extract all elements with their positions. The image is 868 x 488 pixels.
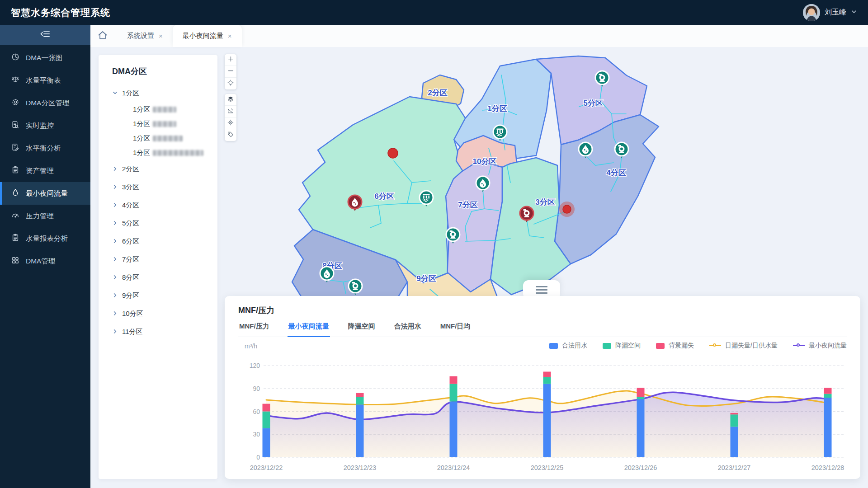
bar-降漏空间[interactable] [824, 394, 832, 398]
bar-降漏空间[interactable] [450, 384, 458, 402]
chevron-right-icon [112, 202, 118, 209]
avatar[interactable] [803, 4, 820, 21]
sidebar-collapse-button[interactable] [0, 25, 90, 45]
chevron-right-icon [112, 183, 118, 191]
tree-child-item[interactable]: 1分区 [112, 102, 217, 117]
bar-合法用水[interactable] [824, 398, 832, 457]
chart-tab-4[interactable]: 合法用水 [393, 322, 422, 337]
tab-2[interactable]: 最小夜间流量× [173, 25, 242, 47]
bar-背景漏失[interactable] [637, 388, 645, 397]
bar-合法用水[interactable] [450, 402, 458, 457]
chart-tab-1[interactable]: MNF/压力 [238, 322, 270, 337]
sidebar-item-5[interactable]: 水平衡分析 [0, 137, 90, 160]
alert-marker[interactable] [559, 202, 575, 217]
x-tick-label: 2023/12/26 [624, 464, 657, 471]
sidebar-item-2[interactable]: 水量平衡表 [0, 69, 90, 92]
tree-item-10分区[interactable]: 10分区 [112, 305, 217, 323]
sidebar-item-8[interactable]: 压力管理 [0, 205, 90, 227]
sidebar-item-label: 最小夜间流量 [26, 189, 68, 198]
panel-title: MNF/压力 [238, 305, 847, 316]
gauge-icon [11, 211, 20, 221]
bar-合法用水[interactable] [543, 384, 551, 457]
bar-降漏空间[interactable] [543, 377, 551, 384]
sidebar-item-4[interactable]: 实时监控 [0, 114, 90, 137]
chevron-right-icon [112, 220, 118, 227]
tag-button[interactable] [225, 129, 236, 141]
tree-child-item[interactable]: 1分区 [112, 145, 217, 160]
target-icon [227, 119, 234, 128]
target-button[interactable] [225, 117, 236, 129]
legend-line-marker [709, 345, 721, 347]
close-icon[interactable]: × [159, 33, 163, 39]
tree-title: DMA分区 [112, 66, 217, 77]
zone-label-7分区: 7分区 [458, 201, 477, 209]
sidebar-item-7[interactable]: 最小夜间流量 [0, 182, 90, 205]
bar-背景漏失[interactable] [450, 376, 458, 384]
tab-1[interactable]: 系统设置× [117, 25, 173, 47]
bar-合法用水[interactable] [637, 399, 645, 457]
chart-tab-5[interactable]: MNF/日均 [439, 322, 472, 337]
measure-button[interactable] [225, 106, 236, 117]
tree-item-3分区[interactable]: 3分区 [112, 178, 217, 196]
sidebar-item-6[interactable]: 资产管理 [0, 160, 90, 182]
bar-合法用水[interactable] [356, 404, 364, 457]
tree-item-label: 9分区 [122, 291, 139, 300]
y-tick-label: 30 [253, 431, 260, 438]
tree-item-11分区[interactable]: 11分区 [112, 323, 217, 341]
sidebar-item-9[interactable]: 水量报表分析 [0, 227, 90, 250]
tag-icon [227, 131, 234, 140]
chart-tabs: MNF/压力最小夜间流量降温空间合法用水MNF/日均 [238, 322, 847, 337]
bar-降漏空间[interactable] [356, 397, 364, 404]
bar-降漏空间[interactable] [263, 412, 270, 428]
control-group [225, 54, 236, 89]
clipboard-icon [11, 165, 20, 176]
bar-背景漏失[interactable] [263, 404, 270, 412]
doc-search-icon [11, 120, 20, 131]
layers-button[interactable] [225, 94, 236, 106]
tree-list: 1分区1分区1分区1分区1分区2分区3分区4分区5分区6分区7分区8分区9分区1… [112, 84, 217, 341]
tree-item-2分区[interactable]: 2分区 [112, 160, 217, 178]
minus-button[interactable] [225, 66, 236, 78]
tree-item-5分区[interactable]: 5分区 [112, 214, 217, 232]
sidebar-item-1[interactable]: DMA一张图 [0, 47, 90, 69]
y-tick-label: 120 [250, 362, 260, 369]
bar-背景漏失[interactable] [731, 413, 738, 414]
sidebar-item-3[interactable]: DMA分区管理 [0, 92, 90, 114]
dma-tree-panel: DMA分区 1分区1分区1分区1分区1分区2分区3分区4分区5分区6分区7分区8… [99, 55, 217, 479]
locate-button[interactable] [225, 78, 236, 89]
sidebar-item-label: DMA管理 [26, 257, 55, 266]
x-tick-label: 2023/12/28 [811, 464, 844, 471]
chevron-down-icon [112, 89, 118, 97]
tree-child-item[interactable]: 1分区 [112, 117, 217, 131]
tree-item-label: 4分区 [122, 201, 139, 210]
tree-child-label: 1分区 [133, 120, 150, 128]
bar-背景漏失[interactable] [824, 388, 832, 394]
chart-tab-2[interactable]: 最小夜间流量 [288, 322, 330, 337]
alert-marker[interactable] [388, 148, 398, 158]
bar-合法用水[interactable] [263, 428, 270, 457]
control-group [225, 94, 236, 141]
tab-strip: 系统设置×最小夜间流量× [117, 25, 242, 47]
tree-item-label: 7分区 [122, 255, 139, 264]
tree-item-8分区[interactable]: 8分区 [112, 268, 217, 286]
grid-icon [11, 256, 20, 267]
bar-背景漏失[interactable] [356, 393, 364, 397]
sidebar-item-label: 压力管理 [26, 211, 54, 221]
tree-item-expanded[interactable]: 1分区 [112, 84, 217, 102]
sidebar-item-10[interactable]: DMA管理 [0, 250, 90, 272]
bar-合法用水[interactable] [731, 427, 738, 457]
bar-降漏空间[interactable] [637, 397, 645, 399]
close-icon[interactable]: × [228, 33, 232, 39]
tree-item-4分区[interactable]: 4分区 [112, 196, 217, 214]
user-menu[interactable]: 刘玉峰 [803, 4, 857, 21]
tree-item-7分区[interactable]: 7分区 [112, 250, 217, 268]
redacted-text [153, 136, 183, 141]
tree-item-6分区[interactable]: 6分区 [112, 232, 217, 250]
plus-button[interactable] [225, 54, 236, 66]
bar-降漏空间[interactable] [731, 414, 738, 427]
bar-背景漏失[interactable] [543, 372, 551, 377]
home-button[interactable] [90, 25, 115, 47]
chart-tab-3[interactable]: 降温空间 [347, 322, 376, 337]
tree-child-item[interactable]: 1分区 [112, 131, 217, 145]
tree-item-9分区[interactable]: 9分区 [112, 286, 217, 305]
